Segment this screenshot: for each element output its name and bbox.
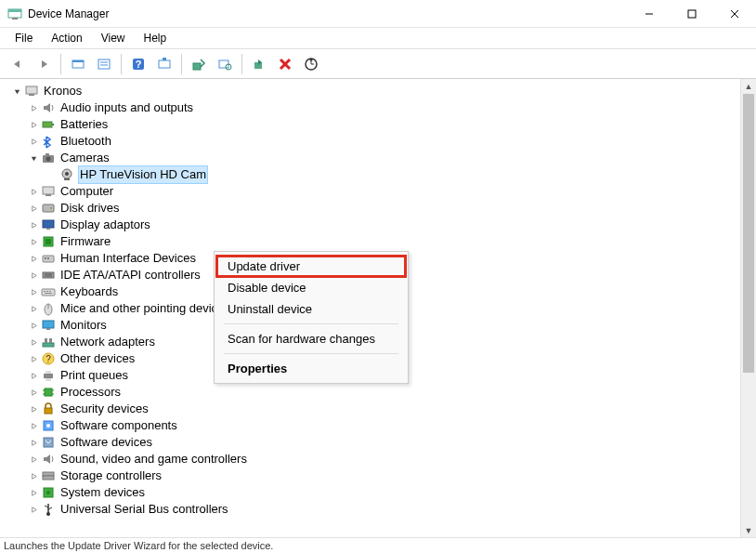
tree-device[interactable]: HP TrueVision HD Cam [9, 166, 740, 183]
tree-category[interactable]: Firmware [9, 233, 740, 250]
tree-category[interactable]: Sound, video and game controllers [9, 451, 740, 467]
chevron-right-icon[interactable] [28, 437, 39, 448]
scroll-thumb[interactable] [743, 94, 754, 373]
svg-rect-46 [42, 289, 55, 296]
back-button[interactable] [6, 52, 30, 76]
disk-icon [41, 201, 56, 216]
chevron-right-icon[interactable] [28, 370, 39, 381]
tree-root-label: Kronos [43, 83, 83, 99]
scroll-up-button[interactable]: ▲ [741, 79, 756, 94]
chevron-right-icon[interactable] [28, 303, 39, 314]
scan-button[interactable] [213, 52, 237, 76]
tree-category[interactable]: Bluetooth [9, 133, 740, 150]
tree-category[interactable]: Cameras [9, 150, 740, 166]
context-menu-properties[interactable]: Properties [216, 358, 406, 379]
tree-category[interactable]: System devices [9, 484, 740, 501]
menu-file[interactable]: File [7, 30, 40, 46]
chevron-right-icon[interactable] [28, 253, 39, 264]
context-menu-update-driver[interactable]: Update driver [216, 256, 406, 277]
chevron-right-icon[interactable] [28, 102, 39, 113]
context-menu-disable-device[interactable]: Disable device [216, 277, 406, 298]
camera-icon [41, 151, 56, 165]
sound-icon [41, 452, 56, 467]
menu-help[interactable]: Help [137, 30, 175, 46]
statusbar: Launches the Update Driver Wizard for th… [0, 537, 756, 553]
maximize-button[interactable] [671, 0, 713, 28]
tree-category[interactable]: Batteries [9, 116, 740, 133]
tree-category[interactable]: Audio inputs and outputs [9, 99, 740, 116]
chevron-right-icon[interactable] [28, 286, 39, 297]
tree-category-label: Storage controllers [59, 467, 163, 484]
forward-button[interactable] [32, 52, 56, 76]
tree-category[interactable]: Software devices [9, 434, 740, 451]
show-hidden-button[interactable] [66, 52, 90, 76]
chevron-right-icon[interactable] [28, 403, 39, 415]
chevron-right-icon[interactable] [28, 387, 39, 398]
properties-button[interactable] [92, 52, 116, 76]
menu-action[interactable]: Action [44, 30, 89, 46]
svg-text:?: ? [46, 354, 51, 364]
swcomp-icon [41, 418, 56, 433]
chevron-right-icon[interactable] [28, 454, 39, 465]
menu-view[interactable]: View [94, 30, 133, 46]
tree-category-label: Sound, video and game controllers [59, 451, 248, 467]
svg-rect-56 [45, 338, 47, 343]
computer-icon [41, 184, 56, 199]
minimize-button[interactable] [628, 0, 671, 28]
close-button[interactable] [713, 0, 756, 28]
chevron-right-icon[interactable] [28, 420, 39, 431]
separator [224, 323, 398, 324]
chevron-right-icon[interactable] [28, 504, 39, 515]
separator [241, 54, 242, 74]
svg-rect-9 [98, 59, 110, 69]
svg-rect-60 [44, 374, 53, 378]
tree-category-label: Batteries [59, 116, 109, 133]
tree-category-label: Processors [59, 384, 122, 401]
monitor-icon [41, 318, 56, 333]
context-menu-uninstall-device[interactable]: Uninstall device [216, 298, 406, 320]
tree-category[interactable]: Security devices [9, 401, 740, 417]
chevron-down-icon[interactable] [28, 152, 39, 164]
chevron-right-icon[interactable] [28, 219, 39, 230]
svg-rect-33 [46, 194, 51, 196]
chevron-right-icon[interactable] [28, 270, 39, 281]
tree-category[interactable]: Storage controllers [9, 467, 740, 484]
svg-rect-25 [52, 124, 54, 125]
enable-button[interactable] [247, 52, 271, 76]
chevron-right-icon[interactable] [28, 186, 39, 197]
tree-category[interactable]: Display adaptors [9, 217, 740, 233]
storage-icon [41, 468, 56, 483]
tree-category-label: Cameras [59, 150, 111, 166]
chevron-right-icon[interactable] [28, 119, 39, 130]
tree-category[interactable]: Computer [9, 183, 740, 200]
svg-rect-73 [43, 476, 54, 480]
action-button[interactable] [152, 52, 176, 76]
uninstall-button[interactable] [273, 52, 297, 76]
chevron-right-icon[interactable] [28, 353, 39, 364]
tree-category[interactable]: Disk drives [9, 200, 740, 217]
context-menu-scan-hardware[interactable]: Scan for hardware changes [216, 328, 406, 349]
tree-category[interactable]: Processors [9, 384, 740, 401]
menubar: File Action View Help [0, 28, 756, 48]
scroll-down-button[interactable]: ▼ [741, 523, 756, 538]
tree-category[interactable]: Software components [9, 417, 740, 434]
tree-root[interactable]: Kronos [9, 83, 740, 99]
scan-hardware-button[interactable] [299, 52, 323, 76]
separator [224, 353, 398, 354]
system-icon [41, 485, 56, 500]
svg-rect-31 [64, 178, 70, 180]
chevron-right-icon[interactable] [28, 336, 39, 348]
svg-rect-61 [46, 371, 51, 374]
chevron-right-icon[interactable] [28, 236, 39, 247]
chevron-right-icon[interactable] [28, 136, 39, 147]
chevron-right-icon[interactable] [28, 320, 39, 331]
update-driver-button[interactable] [187, 52, 211, 76]
chevron-right-icon[interactable] [28, 203, 39, 214]
chevron-right-icon[interactable] [28, 470, 39, 481]
tree-category[interactable]: Universal Serial Bus controllers [9, 501, 740, 518]
chevron-down-icon[interactable] [11, 86, 22, 97]
separator [60, 54, 61, 74]
help-button[interactable]: ? [126, 52, 150, 76]
chevron-right-icon[interactable] [28, 487, 39, 498]
vertical-scrollbar[interactable]: ▲ ▼ [740, 79, 756, 538]
